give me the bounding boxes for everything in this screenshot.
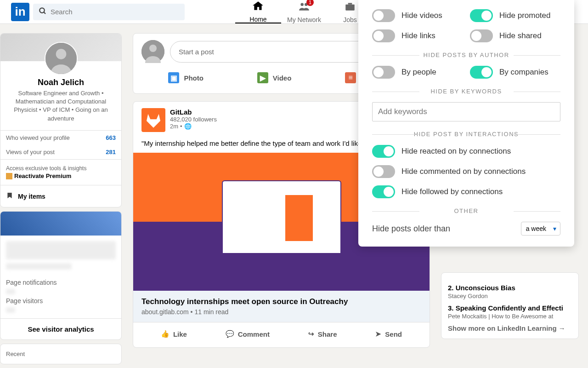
comment-button[interactable]: 💬Comment	[222, 325, 273, 343]
stat-label: Views of your post	[6, 149, 55, 155]
video-icon: ▶	[257, 72, 268, 83]
profile-name[interactable]: Noah Jelich	[6, 78, 116, 87]
recent-card[interactable]: Recent	[0, 344, 122, 364]
toggle-hide-followed[interactable]: Hide followed by connections	[372, 185, 560, 198]
post-link-card[interactable]: Technology internships meet open source …	[133, 291, 430, 322]
post-timestamp: 2m • 🌐	[170, 123, 217, 130]
photo-icon: ▣	[168, 72, 179, 83]
svg-point-6	[56, 49, 66, 59]
older-than-label: Hide posts older than	[372, 224, 450, 234]
bookmark-icon	[6, 192, 13, 201]
premium-label: Access exclusive tools & insights	[6, 165, 116, 172]
search-icon	[39, 7, 47, 17]
toggle-by-people[interactable]: By people	[372, 66, 463, 79]
blurred-content	[6, 263, 72, 270]
profile-headline: Software Engineer and Growth • Mathemati…	[6, 89, 116, 123]
like-button[interactable]: 👍Like	[157, 325, 191, 343]
blurred-content	[6, 241, 116, 259]
toggle-by-companies[interactable]: By companies	[470, 66, 560, 79]
profile-avatar[interactable]	[45, 42, 78, 75]
linkedin-logo[interactable]: in	[11, 3, 29, 21]
show-more-learning[interactable]: Show more on LinkedIn Learning →	[448, 324, 572, 332]
link-meta: about.gitlab.com • 11 min read	[141, 308, 421, 316]
learning-author: Pete Mockaitis | How to Be Awesome at	[448, 313, 572, 320]
post-views-row[interactable]: Views of your post 281	[0, 145, 121, 159]
like-icon: 👍	[161, 330, 170, 338]
premium-icon	[6, 173, 12, 179]
premium-cta-text: Reactivate Premium	[14, 172, 71, 179]
learning-author: Stacey Gordon	[448, 293, 572, 299]
profile-card: Noah Jelich Software Engineer and Growth…	[0, 33, 122, 207]
filter-panel: Hide videos Hide promoted Hide links Hid…	[358, 0, 574, 247]
notification-badge: 1	[306, 0, 314, 6]
nav-home[interactable]: Home	[235, 0, 281, 23]
photo-button[interactable]: ▣ Photo	[163, 69, 209, 87]
page-notifications[interactable]: Page notifications	[6, 279, 116, 286]
my-items-link[interactable]: My items	[0, 185, 121, 207]
toggle-hide-promoted[interactable]: Hide promoted	[470, 9, 560, 22]
page-banner	[0, 212, 121, 236]
action-label: Video	[273, 74, 292, 82]
stat-value: 663	[106, 134, 116, 141]
send-button[interactable]: ➤Send	[372, 325, 406, 343]
gitlab-logo[interactable]	[141, 108, 165, 132]
svg-line-1	[44, 12, 45, 14]
svg-point-0	[40, 8, 45, 13]
stat-value: 281	[106, 149, 116, 155]
my-items-label: My items	[18, 193, 45, 200]
profile-views-row[interactable]: Who viewed your profile 663	[0, 131, 121, 145]
section-keywords-title: HIDE BY KEYWORDS	[372, 88, 560, 95]
user-avatar-small[interactable]	[141, 40, 164, 63]
learning-card: 2. Unconscious Bias Stacey Gordon 3. Spe…	[441, 272, 579, 339]
globe-icon: 🌐	[184, 123, 192, 130]
blurred-content	[6, 307, 15, 313]
document-icon: ≡	[345, 72, 356, 83]
svg-rect-4	[345, 4, 355, 10]
toggle-hide-shared[interactable]: Hide shared	[470, 29, 560, 42]
comment-icon: 💬	[226, 330, 234, 338]
page-card: Page notifications Page visitors See vis…	[0, 211, 122, 340]
jobs-icon	[344, 0, 356, 15]
search-input[interactable]	[51, 8, 179, 16]
share-button[interactable]: ↪Share	[305, 325, 341, 343]
left-sidebar: Noah Jelich Software Engineer and Growth…	[0, 33, 122, 364]
post-followers: 482,020 followers	[170, 116, 217, 123]
svg-point-8	[149, 45, 157, 52]
send-icon: ➤	[375, 330, 381, 338]
blurred-content	[6, 289, 15, 294]
toggle-hide-commented[interactable]: Hide commented on by connections	[372, 165, 560, 178]
section-author-title: HIDE POSTS BY AUTHOR	[372, 52, 560, 58]
older-than-select[interactable]: a week	[521, 222, 560, 236]
nav-network[interactable]: 1 My Network	[281, 0, 327, 23]
toggle-hide-videos[interactable]: Hide videos	[372, 9, 463, 22]
link-title: Technology internships meet open source …	[141, 297, 421, 306]
toggle-hide-reacted[interactable]: Hide reacted on by connections	[372, 145, 560, 158]
section-interactions-title: HIDE POST BY INTERACTIONS	[372, 131, 560, 138]
section-other-title: OTHER	[372, 207, 560, 214]
stat-label: Who viewed your profile	[6, 134, 70, 141]
search-box[interactable]	[33, 4, 185, 20]
visitor-analytics-link[interactable]: See visitor analytics	[0, 318, 121, 339]
premium-cta[interactable]: Access exclusive tools & insights Reacti…	[0, 160, 121, 186]
home-icon	[252, 0, 264, 15]
share-icon: ↪	[308, 330, 314, 338]
svg-point-2	[300, 3, 304, 6]
page-visitors[interactable]: Page visitors	[6, 297, 116, 305]
nav-label: My Network	[287, 16, 321, 23]
profile-banner	[0, 34, 121, 61]
video-button[interactable]: ▶ Video	[252, 69, 297, 87]
toggle-hide-links[interactable]: Hide links	[372, 29, 463, 42]
action-label: Photo	[184, 74, 204, 82]
post-author[interactable]: GitLab	[170, 108, 217, 116]
nav-label: Home	[249, 16, 266, 23]
nav-label: Jobs	[343, 16, 357, 23]
network-icon: 1	[298, 0, 310, 15]
learning-item[interactable]: 2. Unconscious Bias Stacey Gordon	[448, 284, 572, 299]
keywords-input[interactable]	[372, 102, 560, 121]
learning-item[interactable]: 3. Speaking Confidently and Effecti Pete…	[448, 304, 572, 320]
nav-items: Home 1 My Network Jobs	[235, 0, 373, 23]
